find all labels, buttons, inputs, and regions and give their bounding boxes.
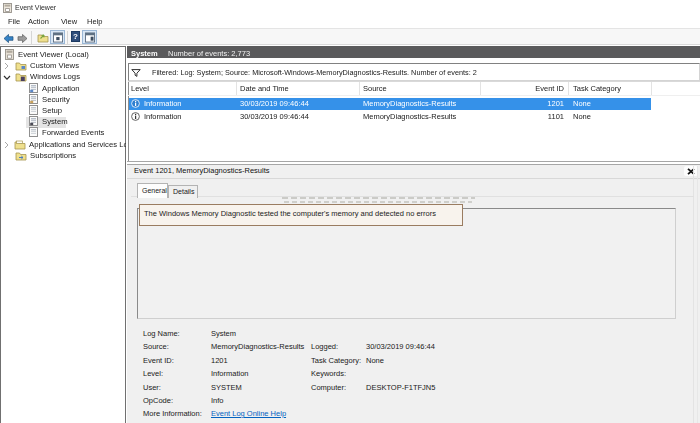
svg-text:?: ? <box>73 32 78 41</box>
